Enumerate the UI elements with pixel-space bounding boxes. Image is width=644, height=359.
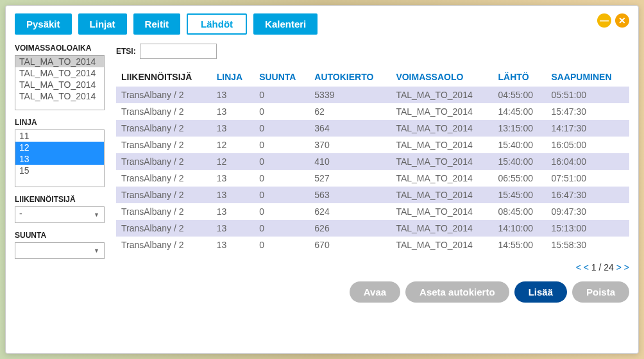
cell-voim: TAL_MA_TO_2014 [391,237,493,253]
cell-saap: 16:47:30 [546,187,629,203]
tab-reitit[interactable]: Reitit [133,13,181,35]
cell-voim: TAL_MA_TO_2014 [391,103,493,120]
delete-button[interactable]: Poista [572,281,629,303]
cell-suunta: 0 [254,120,309,137]
table-row[interactable]: TransAlbany / 2120370TAL_MA_TO_201415:40… [116,137,629,153]
close-icon[interactable]: ✕ [615,13,629,28]
tab-pysakit[interactable]: Pysäkit [15,13,72,35]
cell-liik: TransAlbany / 2 [116,220,212,237]
cell-auto: 370 [309,137,391,153]
cell-lahto: 04:55:00 [493,87,547,104]
list-item[interactable]: TAL_MA_TO_2014 [15,67,104,79]
col-voimassaolo[interactable]: VOIMASSAOLO [391,68,493,87]
list-item[interactable]: TAL_MA_TO_2014 [15,90,104,102]
cell-auto: 5339 [309,87,391,104]
cell-lahto: 14:55:00 [493,237,547,253]
col-liikennoitsija[interactable]: LIIKENNÖITSIJÄ [116,68,212,87]
cell-saap: 15:13:00 [546,220,629,237]
dialog-window: Pysäkit Linjat Reitit Lähdöt Kalenteri —… [5,5,639,354]
set-autokierto-button[interactable]: Aseta autokierto [405,281,509,303]
cell-auto: 670 [309,237,391,253]
cell-liik: TransAlbany / 2 [116,187,212,203]
cell-linja: 12 [212,153,254,170]
cell-linja: 13 [212,220,254,237]
pager: < < 1 / 24 > > [116,262,629,272]
cell-suunta: 0 [254,137,309,153]
pager-last[interactable]: > > [616,262,629,272]
table-row[interactable]: TransAlbany / 2130527TAL_MA_TO_201406:55… [116,170,629,187]
liikennoitsija-label: LIIKENNÖITSIJÄ [15,195,105,204]
table-row[interactable]: TransAlbany / 2130364TAL_MA_TO_201413:15… [116,120,629,137]
cell-voim: TAL_MA_TO_2014 [391,87,493,104]
cell-liik: TransAlbany / 2 [116,137,212,153]
cell-linja: 13 [212,203,254,220]
table-row[interactable]: TransAlbany / 21305339TAL_MA_TO_201404:5… [116,87,629,104]
cell-auto: 563 [309,187,391,203]
cell-lahto: 15:45:00 [493,187,547,203]
suunta-select[interactable] [15,242,105,259]
col-linja[interactable]: LINJA [212,68,254,87]
list-item[interactable]: 15 [15,165,104,176]
table-row[interactable]: TransAlbany / 2130563TAL_MA_TO_201415:45… [116,187,629,203]
table-row[interactable]: TransAlbany / 2130626TAL_MA_TO_201414:10… [116,220,629,237]
col-lahto[interactable]: LÄHTÖ [493,68,547,87]
list-item[interactable]: 13 [15,153,104,165]
cell-liik: TransAlbany / 2 [116,153,212,170]
cell-linja: 13 [212,103,254,120]
open-button[interactable]: Avaa [350,281,400,303]
cell-saap: 09:47:30 [546,203,629,220]
add-button[interactable]: Lisää [514,281,567,303]
cell-liik: TransAlbany / 2 [116,170,212,187]
cell-liik: TransAlbany / 2 [116,103,212,120]
col-autokierto[interactable]: AUTOKIERTO [309,68,391,87]
linja-listbox[interactable]: 11 12 13 15 [15,129,105,187]
tab-lahdot[interactable]: Lähdöt [187,13,247,35]
tab-kalenteri[interactable]: Kalenteri [253,13,318,35]
cell-auto: 62 [309,103,391,120]
cell-suunta: 0 [254,170,309,187]
tab-linjat[interactable]: Linjat [78,13,127,35]
cell-lahto: 14:10:00 [493,220,547,237]
table-row[interactable]: TransAlbany / 2130624TAL_MA_TO_201408:45… [116,203,629,220]
cell-suunta: 0 [254,237,309,253]
voimassaoloaika-listbox[interactable]: TAL_MA_TO_2014 TAL_MA_TO_2014 TAL_MA_TO_… [15,55,105,110]
cell-voim: TAL_MA_TO_2014 [391,120,493,137]
tab-bar: Pysäkit Linjat Reitit Lähdöt Kalenteri —… [15,13,629,35]
cell-saap: 16:05:00 [546,137,629,153]
cell-suunta: 0 [254,220,309,237]
col-suunta[interactable]: SUUNTA [254,68,309,87]
pager-first[interactable]: < < [576,262,589,272]
list-item[interactable]: 12 [15,142,104,153]
list-item[interactable]: 11 [15,130,104,142]
cell-suunta: 0 [254,187,309,203]
search-input[interactable] [140,44,217,59]
cell-suunta: 0 [254,153,309,170]
pager-total: 24 [604,262,614,272]
departures-table: LIIKENNÖITSIJÄ LINJA SUUNTA AUTOKIERTO V… [116,68,629,253]
pager-current: 1 [591,262,597,272]
cell-suunta: 0 [254,103,309,120]
cell-saap: 07:51:00 [546,170,629,187]
cell-voim: TAL_MA_TO_2014 [391,170,493,187]
table-row[interactable]: TransAlbany / 213062TAL_MA_TO_201414:45:… [116,103,629,120]
cell-auto: 624 [309,203,391,220]
col-saapuminen[interactable]: SAAPUMINEN [546,68,629,87]
table-row[interactable]: TransAlbany / 2120410TAL_MA_TO_201415:40… [116,153,629,170]
table-row[interactable]: TransAlbany / 2130670TAL_MA_TO_201414:55… [116,237,629,253]
filter-sidebar: VOIMASSAOLOAIKA TAL_MA_TO_2014 TAL_MA_TO… [15,44,105,303]
window-controls: — ✕ [597,13,629,28]
cell-voim: TAL_MA_TO_2014 [391,187,493,203]
cell-voim: TAL_MA_TO_2014 [391,220,493,237]
cell-lahto: 08:45:00 [493,203,547,220]
list-item[interactable]: TAL_MA_TO_2014 [15,56,104,67]
cell-lahto: 15:40:00 [493,137,547,153]
cell-voim: TAL_MA_TO_2014 [391,203,493,220]
cell-linja: 13 [212,87,254,104]
cell-lahto: 13:15:00 [493,120,547,137]
liikennoitsija-select[interactable]: - [15,206,105,223]
list-item[interactable]: TAL_MA_TO_2014 [15,79,104,90]
minimize-icon[interactable]: — [597,13,611,28]
main-content: ETSI: LIIKENNÖITSIJÄ LINJA SUUNTA AUTOKI… [116,44,629,303]
cell-auto: 626 [309,220,391,237]
search-label: ETSI: [116,47,136,56]
